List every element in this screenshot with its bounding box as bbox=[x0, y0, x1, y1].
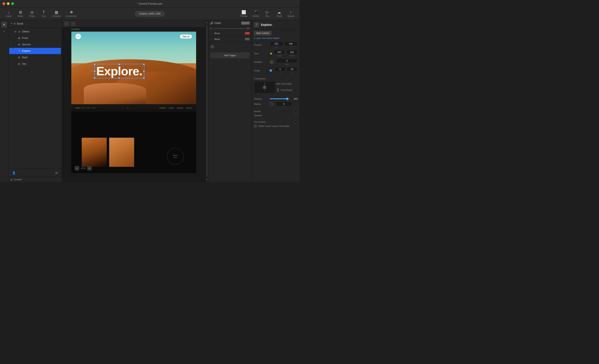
shape-tool[interactable]: ◎ Shape bbox=[27, 9, 37, 18]
container-tool[interactable]: ▦ Container bbox=[50, 9, 63, 18]
import-tool[interactable]: ↓ Import bbox=[3, 9, 14, 18]
rotation-input-group: Angle bbox=[276, 58, 297, 65]
handle-top-left[interactable] bbox=[94, 63, 96, 65]
origin-indicator bbox=[270, 70, 272, 71]
layer-item-explore[interactable]: T Explore bbox=[9, 48, 61, 54]
shadow-checkbox[interactable] bbox=[294, 114, 297, 117]
touchable-checkbox[interactable] bbox=[254, 124, 257, 127]
canvas-signup-button[interactable]: Sign up bbox=[180, 35, 192, 38]
layers-panel-button[interactable]: ≡ bbox=[1, 22, 7, 27]
run-tool[interactable]: ▷ Run bbox=[262, 9, 273, 18]
origin-y-input[interactable] bbox=[287, 67, 298, 71]
handle-mid-right[interactable] bbox=[143, 70, 145, 72]
run-label: Run bbox=[266, 15, 269, 17]
nav-link-product[interactable]: Product bbox=[159, 107, 166, 109]
gallery-area bbox=[82, 138, 134, 167]
explore-element-container[interactable]: ✥ Explore. bbox=[94, 64, 144, 78]
size-width-input[interactable] bbox=[274, 50, 285, 54]
canvas-scrollbar[interactable]: ▲ ▼ bbox=[205, 20, 208, 182]
size-h-group: Height bbox=[286, 50, 298, 57]
handle-bot-left[interactable] bbox=[94, 77, 96, 79]
assets-panel-button[interactable]: + bbox=[1, 28, 7, 34]
radius-input[interactable] bbox=[276, 102, 292, 106]
chain-move-2-color bbox=[245, 38, 250, 40]
device-tool[interactable]: 📱 Device bbox=[250, 9, 261, 18]
constraint-line-top bbox=[264, 83, 265, 86]
add-trigger-button[interactable]: Add Trigger bbox=[210, 53, 250, 58]
close-button[interactable] bbox=[2, 2, 5, 5]
rotation-input[interactable] bbox=[276, 58, 297, 63]
learn-more-link[interactable]: ● Learn more about shapes bbox=[254, 37, 297, 39]
variable-label: Variable bbox=[14, 178, 22, 181]
chain-add-button[interactable]: + bbox=[210, 44, 214, 49]
size-lock-icon[interactable]: 🔒 bbox=[270, 52, 272, 54]
handle-mid-left[interactable] bbox=[94, 70, 96, 72]
origin-x-input[interactable] bbox=[275, 67, 286, 71]
nav-link-join[interactable]: Join us bbox=[186, 107, 192, 109]
position-row: Position X Y bbox=[254, 41, 297, 48]
chain-move-row-1: ↕ Move bbox=[208, 30, 252, 36]
text-tool[interactable]: T Text bbox=[38, 9, 49, 18]
layer-item-front[interactable]: 🖼 Front bbox=[9, 35, 61, 41]
canvas-scroll[interactable]: Parallax ≡ Sign up bbox=[62, 27, 205, 182]
border-checkbox[interactable] bbox=[294, 110, 297, 113]
position-x-input[interactable] bbox=[270, 41, 283, 46]
component-tool[interactable]: ❋ Component bbox=[64, 9, 79, 18]
opacity-slider-container[interactable]: 100 bbox=[270, 98, 297, 100]
radius-input-group bbox=[276, 102, 292, 106]
origin-inputs: X Y bbox=[275, 67, 297, 74]
make-editable-button[interactable]: Make Editable bbox=[254, 31, 272, 35]
position-x-group: X bbox=[270, 41, 283, 48]
resolution-selector[interactable]: Custom 1440 x 900 bbox=[135, 11, 165, 17]
canvas-menu-icon[interactable]: ≡ bbox=[76, 34, 81, 39]
upload-tool[interactable]: ↑ Upload bbox=[285, 9, 296, 18]
shape-icon: ◎ bbox=[30, 10, 34, 15]
border-row: Border bbox=[254, 110, 297, 113]
chain-panel: 🔗 Chain 0 100 ↕ Move ↕ bbox=[208, 20, 252, 182]
nav-back-button[interactable]: ← bbox=[64, 21, 69, 26]
touch-area-checkbox[interactable] bbox=[294, 120, 297, 123]
handle-bot-right[interactable] bbox=[143, 77, 145, 79]
element-name-label: Explore. bbox=[261, 23, 273, 27]
minimize-button[interactable] bbox=[7, 2, 9, 5]
layers-panel-chevron[interactable]: ▼ bbox=[10, 22, 12, 25]
handle-top-right[interactable] bbox=[143, 63, 145, 65]
media-tool[interactable]: ⊞ Media bbox=[15, 9, 26, 18]
window-controls[interactable] bbox=[2, 2, 14, 5]
layer-item-others[interactable]: ▶ ⊞ Others bbox=[9, 28, 61, 35]
import-label: Import bbox=[6, 15, 12, 17]
preview-tool[interactable]: ⬜ Preview bbox=[238, 9, 250, 18]
device-icon: 📱 bbox=[254, 10, 258, 15]
cloud-tool[interactable]: ☁ Cloud bbox=[274, 9, 284, 18]
settings-icon-button[interactable]: ⚙ bbox=[53, 170, 59, 176]
rotation-dial[interactable] bbox=[270, 60, 273, 64]
layers-panel-grid-icon: ⊞ bbox=[14, 22, 16, 25]
scroll-down-icon[interactable]: ▼ bbox=[206, 178, 208, 181]
maximize-button[interactable] bbox=[11, 2, 14, 5]
zoom-in-button[interactable]: + bbox=[87, 166, 92, 170]
chain-color-box bbox=[241, 22, 250, 25]
layer-item-second[interactable]: 🖼 Second bbox=[9, 41, 61, 48]
move-handle-icon[interactable]: ✥ bbox=[90, 70, 92, 72]
radius-row: Radius bbox=[254, 102, 297, 106]
layer-item-sky[interactable]: 🖼 Sky bbox=[9, 61, 61, 67]
preview-icon: ⬜ bbox=[241, 10, 246, 15]
size-row: Size 🔒 Width Height bbox=[254, 50, 297, 57]
layer-item-back[interactable]: 🖼 Back bbox=[9, 54, 61, 61]
nav-link-about[interactable]: About bbox=[169, 107, 174, 109]
device-label: Device bbox=[253, 15, 259, 17]
opacity-slider[interactable] bbox=[270, 98, 290, 99]
origin-y-label: Y bbox=[287, 72, 298, 74]
opacity-slider-thumb[interactable] bbox=[286, 98, 289, 100]
bottom-dark-section: ◎ Product About Contact Join us bbox=[71, 109, 196, 173]
position-y-input[interactable] bbox=[284, 41, 298, 46]
size-w-group: Width bbox=[274, 50, 285, 57]
chain-move-1-color bbox=[245, 32, 250, 35]
size-height-input[interactable] bbox=[286, 50, 298, 54]
scroll-thumb[interactable] bbox=[206, 25, 208, 177]
scroll-up-icon[interactable]: ▲ bbox=[206, 21, 208, 24]
zoom-out-button[interactable]: − bbox=[75, 166, 79, 170]
nav-link-contact[interactable]: Contact bbox=[176, 107, 183, 109]
nav-forward-button[interactable]: → bbox=[71, 21, 76, 26]
user-icon-button[interactable]: 👤 bbox=[11, 170, 17, 176]
